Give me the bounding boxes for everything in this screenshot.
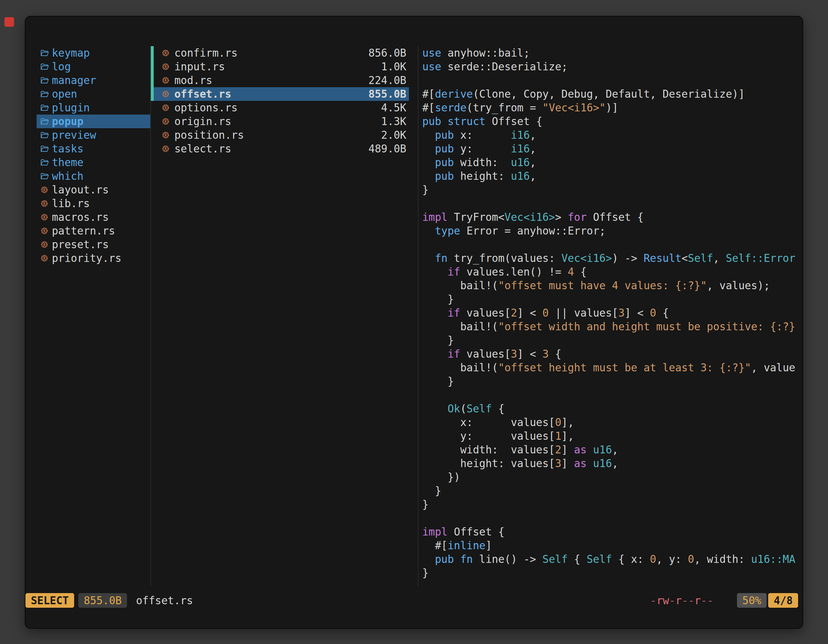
file-name: options.rs bbox=[174, 102, 238, 114]
mode-badge: SELECT bbox=[25, 593, 74, 608]
file-row-mod-rs[interactable]: Rmod.rs224.0B bbox=[154, 74, 409, 87]
svg-text:R: R bbox=[165, 78, 167, 83]
sidebar-item-label: which bbox=[52, 170, 83, 182]
code-line: #[derive(Clone, Copy, Debug, Default, De… bbox=[422, 87, 797, 101]
code-line: bail!("offset width and height must be p… bbox=[422, 320, 797, 334]
sidebar-item-preview[interactable]: preview bbox=[37, 128, 150, 142]
code-line bbox=[422, 197, 797, 210]
sidebar-item-popup[interactable]: popup bbox=[37, 114, 150, 128]
red-indicator-square bbox=[5, 17, 14, 27]
file-row-options-rs[interactable]: Roptions.rs4.5K bbox=[154, 101, 409, 114]
sidebar-item-label: log bbox=[52, 60, 71, 73]
sidebar-item-macros-rs[interactable]: Rmacros.rs bbox=[37, 210, 150, 224]
svg-text:R: R bbox=[165, 119, 167, 124]
code-line: Ok(Self { bbox=[422, 402, 797, 415]
file-size: 4.5K bbox=[381, 102, 406, 114]
code-line: use anyhow::bail; bbox=[422, 46, 797, 60]
sidebar-item-label: tasks bbox=[52, 143, 83, 155]
code-line: fn try_from(values: Vec<i16>) -> Result<… bbox=[422, 251, 797, 265]
code-line: bail!("offset height must be at least 3:… bbox=[422, 361, 797, 374]
code-line: }) bbox=[422, 470, 797, 484]
code-line bbox=[422, 238, 797, 251]
code-line: pub y: i16, bbox=[422, 142, 797, 155]
code-line: } bbox=[422, 374, 797, 388]
sidebar-item-keymap[interactable]: keymap bbox=[37, 46, 150, 60]
rust-file-icon: R bbox=[162, 131, 170, 139]
sidebar-item-lib-rs[interactable]: Rlib.rs bbox=[37, 197, 150, 210]
code-line: y: values[1], bbox=[422, 429, 797, 443]
code-line: if values[2] < 0 || values[3] < 0 { bbox=[422, 306, 797, 320]
folder-open-icon bbox=[40, 49, 49, 57]
code-line: } bbox=[422, 498, 797, 511]
status-bar: SELECT 855.0B offset.rs -rw-r--r-- 50% 4… bbox=[25, 593, 803, 608]
sidebar-item-priority-rs[interactable]: Rpriority.rs bbox=[37, 251, 150, 265]
sidebar-item-tasks[interactable]: tasks bbox=[37, 142, 150, 155]
sidebar-item-plugin[interactable]: plugin bbox=[37, 101, 150, 114]
folder-open-icon bbox=[40, 172, 49, 180]
sidebar-item-label: manager bbox=[52, 74, 96, 86]
rust-file-icon: R bbox=[40, 254, 49, 262]
file-row-offset-rs[interactable]: Roffset.rs855.0B bbox=[154, 87, 409, 101]
rust-file-icon: R bbox=[162, 76, 170, 84]
file-name: mod.rs bbox=[174, 74, 212, 86]
file-name: input.rs bbox=[174, 60, 225, 73]
sidebar-item-manager[interactable]: manager bbox=[37, 74, 150, 87]
file-size: 856.0B bbox=[369, 47, 406, 59]
file-row-select-rs[interactable]: Rselect.rs489.0B bbox=[154, 142, 409, 155]
code-lines: use anyhow::bail;use serde::Deserialize;… bbox=[422, 46, 797, 580]
svg-text:R: R bbox=[43, 243, 45, 247]
sidebar-item-layout-rs[interactable]: Rlayout.rs bbox=[37, 183, 150, 197]
sidebar-item-which[interactable]: which bbox=[37, 169, 150, 183]
code-line: bail!("offset must have 4 values: {:?}",… bbox=[422, 279, 797, 292]
sidebar-item-open[interactable]: open bbox=[37, 87, 150, 101]
code-line: } bbox=[422, 484, 797, 498]
folder-open-icon bbox=[40, 145, 49, 153]
file-row-position-rs[interactable]: Rposition.rs2.0K bbox=[154, 128, 409, 142]
file-size: 489.0B bbox=[369, 143, 406, 155]
rust-file-icon: R bbox=[162, 90, 170, 98]
rust-file-icon: R bbox=[162, 104, 170, 112]
current-directory-pane: Rconfirm.rs856.0BRinput.rs1.0KRmod.rs224… bbox=[151, 46, 418, 155]
code-line: if values[3] < 3 { bbox=[422, 347, 797, 361]
code-line: height: values[3] as u16, bbox=[422, 457, 797, 470]
selection-marker bbox=[151, 87, 154, 101]
code-line: x: values[0], bbox=[422, 415, 797, 429]
file-size-badge: 855.0B bbox=[78, 593, 127, 608]
code-line: pub x: i16, bbox=[422, 128, 797, 142]
svg-text:R: R bbox=[165, 92, 167, 96]
sidebar-item-label: macros.rs bbox=[52, 211, 109, 223]
status-filename: offset.rs bbox=[136, 594, 193, 607]
svg-text:R: R bbox=[165, 133, 167, 138]
file-row-origin-rs[interactable]: Rorigin.rs1.3K bbox=[154, 114, 409, 128]
rust-file-icon: R bbox=[40, 213, 49, 221]
folder-open-icon bbox=[40, 132, 49, 139]
file-row-input-rs[interactable]: Rinput.rs1.0K bbox=[154, 60, 409, 74]
sidebar-item-log[interactable]: log bbox=[37, 60, 150, 74]
code-line: } bbox=[422, 566, 797, 580]
svg-text:R: R bbox=[43, 256, 45, 260]
file-size: 1.3K bbox=[381, 115, 406, 128]
file-name: select.rs bbox=[174, 143, 231, 155]
sidebar-item-label: popup bbox=[52, 115, 83, 128]
selection-marker bbox=[151, 46, 154, 60]
folder-open-icon bbox=[40, 77, 49, 84]
selection-marker bbox=[151, 74, 154, 87]
sidebar-item-preset-rs[interactable]: Rpreset.rs bbox=[37, 238, 150, 251]
svg-text:R: R bbox=[43, 188, 45, 192]
sidebar-item-label: pattern.rs bbox=[52, 225, 115, 237]
code-line: } bbox=[422, 183, 797, 197]
sidebar-item-pattern-rs[interactable]: Rpattern.rs bbox=[37, 224, 150, 238]
folder-open-icon bbox=[40, 159, 49, 166]
sidebar-item-label: preset.rs bbox=[52, 238, 109, 251]
rust-file-icon: R bbox=[162, 118, 170, 125]
code-line: pub struct Offset { bbox=[422, 114, 797, 128]
code-line: } bbox=[422, 292, 797, 306]
file-row-confirm-rs[interactable]: Rconfirm.rs856.0B bbox=[154, 46, 409, 60]
sidebar-item-theme[interactable]: theme bbox=[37, 155, 150, 169]
sidebar-item-label: priority.rs bbox=[52, 252, 122, 265]
svg-text:R: R bbox=[165, 51, 167, 55]
rust-file-icon: R bbox=[40, 199, 49, 207]
desktop-background: { "colors": { "accent": "#e3a848", "sele… bbox=[0, 0, 828, 644]
rust-file-icon: R bbox=[40, 227, 49, 235]
svg-text:R: R bbox=[165, 147, 167, 151]
